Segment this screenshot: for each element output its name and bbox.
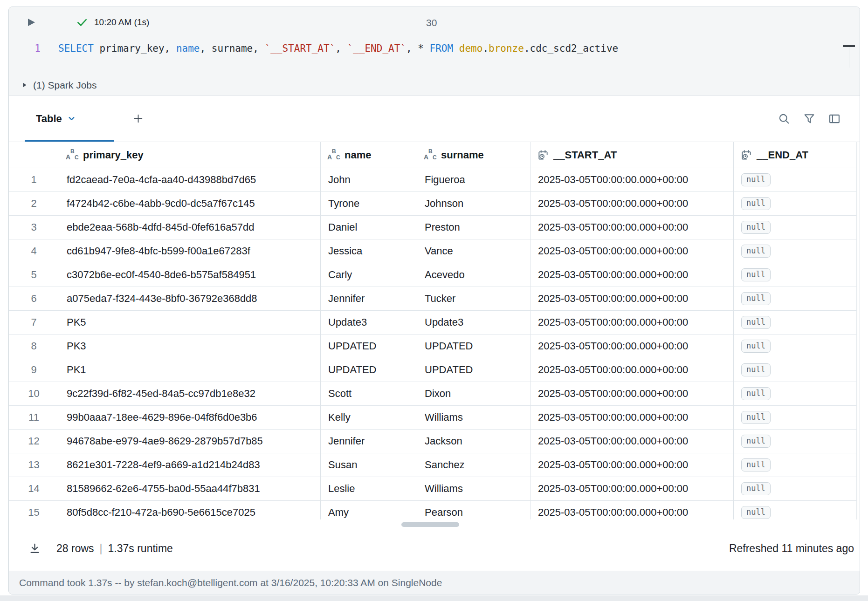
- cell-primary_key[interactable]: cd61b947-9fe8-4bfc-b599-f00a1e67283f: [59, 239, 321, 263]
- row-number-cell[interactable]: 6: [9, 287, 59, 311]
- row-number-cell[interactable]: 8: [9, 335, 59, 358]
- cell-end-at[interactable]: null: [734, 192, 857, 216]
- cell-end-at[interactable]: null: [734, 358, 857, 382]
- cell-start-at[interactable]: 2025-03-05T00:00:00.000+00:00: [530, 335, 734, 358]
- cell-name[interactable]: UPDATED: [321, 335, 417, 358]
- row-number-cell[interactable]: 5: [9, 263, 59, 287]
- cell-primary_key[interactable]: 81589662-62e6-4755-ba0d-55aa44f7b831: [59, 477, 321, 501]
- cell-start-at[interactable]: 2025-03-05T00:00:00.000+00:00: [530, 453, 734, 477]
- column-header-__START_AT[interactable]: __START_AT: [530, 142, 734, 168]
- cell-surname[interactable]: Sanchez: [417, 453, 530, 477]
- cell-start-at[interactable]: 2025-03-05T00:00:00.000+00:00: [530, 430, 734, 453]
- cell-surname[interactable]: Johnson: [417, 192, 530, 216]
- cell-start-at[interactable]: 2025-03-05T00:00:00.000+00:00: [530, 263, 734, 287]
- cell-name[interactable]: Jennifer: [321, 430, 417, 453]
- cell-end-at[interactable]: null: [734, 168, 857, 192]
- cell-start-at[interactable]: 2025-03-05T00:00:00.000+00:00: [530, 501, 734, 519]
- row-number-cell[interactable]: 4: [9, 239, 59, 263]
- cell-primary_key[interactable]: f4724b42-c6be-4abb-9cd0-dc5a7f67c145: [59, 192, 321, 216]
- cell-end-at[interactable]: null: [734, 382, 857, 406]
- cell-surname[interactable]: UPDATED: [417, 335, 530, 358]
- cell-end-at[interactable]: null: [734, 263, 857, 287]
- cell-primary_key[interactable]: 8621e301-7228-4ef9-a669-a1d214b24d83: [59, 453, 321, 477]
- cell-end-at[interactable]: null: [734, 453, 857, 477]
- cell-name[interactable]: Kelly: [321, 406, 417, 430]
- cell-surname[interactable]: Pearson: [417, 501, 530, 519]
- cell-primary_key[interactable]: 99b0aaa7-18ee-4629-896e-04f8f6d0e3b6: [59, 406, 321, 430]
- side-panel-icon[interactable]: [827, 111, 842, 127]
- cell-start-at[interactable]: 2025-03-05T00:00:00.000+00:00: [530, 358, 734, 382]
- cell-surname[interactable]: Jackson: [417, 430, 530, 453]
- row-number-cell[interactable]: 12: [9, 430, 59, 453]
- cell-name[interactable]: Jessica: [321, 239, 417, 263]
- cell-start-at[interactable]: 2025-03-05T00:00:00.000+00:00: [530, 287, 734, 311]
- cell-start-at[interactable]: 2025-03-05T00:00:00.000+00:00: [530, 168, 734, 192]
- cell-surname[interactable]: Dixon: [417, 382, 530, 406]
- cell-name[interactable]: Amy: [321, 501, 417, 519]
- cell-end-at[interactable]: null: [734, 406, 857, 430]
- row-number-cell[interactable]: 7: [9, 311, 59, 335]
- cell-name[interactable]: Tyrone: [321, 192, 417, 216]
- cell-surname[interactable]: Tucker: [417, 287, 530, 311]
- horizontal-scrollbar[interactable]: [401, 522, 459, 527]
- cell-end-at[interactable]: null: [734, 335, 857, 358]
- column-header-name[interactable]: ABCname: [321, 142, 417, 168]
- cell-end-at[interactable]: null: [734, 216, 857, 239]
- cell-start-at[interactable]: 2025-03-05T00:00:00.000+00:00: [530, 477, 734, 501]
- search-icon[interactable]: [776, 111, 792, 127]
- cell-end-at[interactable]: null: [734, 311, 857, 335]
- row-number-cell[interactable]: 2: [9, 192, 59, 216]
- cell-surname[interactable]: Williams: [417, 406, 530, 430]
- cell-primary_key[interactable]: a075eda7-f324-443e-8bf0-36792e368dd8: [59, 287, 321, 311]
- cell-name[interactable]: Jennifer: [321, 287, 417, 311]
- row-number-cell[interactable]: 1: [9, 168, 59, 192]
- cell-name[interactable]: Daniel: [321, 216, 417, 239]
- download-results-button[interactable]: [28, 541, 41, 555]
- row-number-cell[interactable]: 3: [9, 216, 59, 239]
- cell-surname[interactable]: Figueroa: [417, 168, 530, 192]
- sql-code-line[interactable]: 1 SELECT primary_key, name, surname, `__…: [9, 39, 860, 58]
- cell-end-at[interactable]: null: [734, 239, 857, 263]
- sql-code[interactable]: SELECT primary_key, name, surname, `__ST…: [58, 43, 618, 54]
- cell-surname[interactable]: Williams: [417, 477, 530, 501]
- cell-start-at[interactable]: 2025-03-05T00:00:00.000+00:00: [530, 311, 734, 335]
- vertical-scrollbar-track[interactable]: [856, 142, 857, 519]
- cell-surname[interactable]: Acevedo: [417, 263, 530, 287]
- cell-name[interactable]: UPDATED: [321, 358, 417, 382]
- cell-name[interactable]: Update3: [321, 311, 417, 335]
- row-number-cell[interactable]: 13: [9, 453, 59, 477]
- cell-primary_key[interactable]: c3072b6e-ec0f-4540-8de6-b575af584951: [59, 263, 321, 287]
- cell-primary_key[interactable]: PK1: [59, 358, 321, 382]
- row-number-cell[interactable]: 10: [9, 382, 59, 406]
- add-visualization-button[interactable]: [132, 113, 144, 124]
- tab-table[interactable]: Table: [25, 96, 114, 142]
- spark-jobs-toggle[interactable]: (1) Spark Jobs: [9, 75, 860, 96]
- cell-name[interactable]: Scott: [321, 382, 417, 406]
- cell-end-at[interactable]: null: [734, 501, 857, 519]
- cell-primary_key[interactable]: 80f5d8cc-f210-472a-b690-5e6615ce7025: [59, 501, 321, 519]
- cell-end-at[interactable]: null: [734, 430, 857, 453]
- cell-surname[interactable]: Preston: [417, 216, 530, 239]
- row-number-cell[interactable]: 14: [9, 477, 59, 501]
- column-header-surname[interactable]: ABCsurname: [417, 142, 530, 168]
- cell-surname[interactable]: Update3: [417, 311, 530, 335]
- cell-start-at[interactable]: 2025-03-05T00:00:00.000+00:00: [530, 216, 734, 239]
- filter-icon[interactable]: [801, 111, 817, 127]
- cell-name[interactable]: Susan: [321, 453, 417, 477]
- cell-name[interactable]: Leslie: [321, 477, 417, 501]
- cell-primary_key[interactable]: PK5: [59, 311, 321, 335]
- cell-primary_key[interactable]: PK3: [59, 335, 321, 358]
- cell-start-at[interactable]: 2025-03-05T00:00:00.000+00:00: [530, 239, 734, 263]
- cell-name[interactable]: Carly: [321, 263, 417, 287]
- row-number-cell[interactable]: 9: [9, 358, 59, 382]
- column-header-__END_AT[interactable]: __END_AT: [734, 142, 857, 168]
- column-header-primary_key[interactable]: ABCprimary_key: [59, 142, 321, 168]
- cell-primary_key[interactable]: fd2caead-7e0a-4cfa-aa40-d43988bd7d65: [59, 168, 321, 192]
- cell-start-at[interactable]: 2025-03-05T00:00:00.000+00:00: [530, 382, 734, 406]
- cell-start-at[interactable]: 2025-03-05T00:00:00.000+00:00: [530, 406, 734, 430]
- cell-primary_key[interactable]: 94678abe-e979-4ae9-8629-2879b57d7b85: [59, 430, 321, 453]
- cell-name[interactable]: John: [321, 168, 417, 192]
- run-cell-button[interactable]: [26, 17, 37, 28]
- row-number-cell[interactable]: 11: [9, 406, 59, 430]
- cell-primary_key[interactable]: 9c22f39d-6f82-45ed-84a5-cc97db1e8e32: [59, 382, 321, 406]
